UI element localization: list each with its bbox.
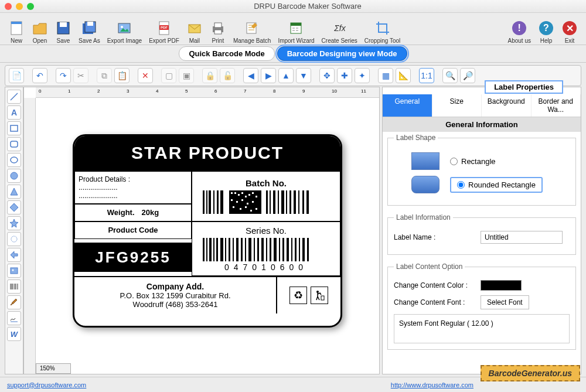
tab-general[interactable]: General xyxy=(383,94,432,117)
svg-rect-80 xyxy=(254,238,255,261)
website-link[interactable]: http://www.drpusoftware.com xyxy=(391,381,473,388)
svg-rect-35 xyxy=(217,190,219,214)
exit-button[interactable]: ✕Exit xyxy=(558,13,581,44)
document-icon[interactable]: 📄 xyxy=(9,68,24,83)
saveas-button[interactable]: Save As xyxy=(75,13,104,44)
star-tool-icon[interactable] xyxy=(7,216,21,230)
svg-rect-92 xyxy=(302,238,305,261)
new-icon xyxy=(8,20,25,36)
series-cell: Series No. 047010600 xyxy=(192,221,340,276)
maximize-window-icon[interactable] xyxy=(27,3,34,10)
delete-icon[interactable]: ✕ xyxy=(138,68,153,83)
bring-front-icon[interactable]: ▢ xyxy=(161,68,176,83)
rect-preview-icon xyxy=(411,152,440,170)
svg-rect-56 xyxy=(266,190,268,214)
lock-icon[interactable]: 🔒 xyxy=(202,68,217,83)
canvas: 01234567891011 STAR PRODUCT Product Deta… xyxy=(23,87,380,374)
tab-design-mode[interactable]: Barcode Designing view Mode xyxy=(277,46,407,61)
close-window-icon[interactable] xyxy=(5,3,12,10)
svg-rect-58 xyxy=(273,190,275,214)
zoom-level[interactable]: 150% xyxy=(36,363,71,374)
tab-quick-mode[interactable]: Quick Barcode Mode xyxy=(179,46,274,61)
puzzle-icon[interactable]: ✚ xyxy=(337,68,352,83)
svg-point-24 xyxy=(11,157,18,163)
svg-rect-93 xyxy=(307,238,309,261)
open-button[interactable]: Open xyxy=(28,13,52,44)
cropping-tool-button[interactable]: Cropping Tool xyxy=(361,13,404,44)
ellipse-tool-icon[interactable] xyxy=(7,153,21,167)
pen-tool-icon[interactable] xyxy=(7,295,21,309)
ruler-icon[interactable]: 📐 xyxy=(396,68,411,83)
import-wizard-button[interactable]: Import Wizard xyxy=(274,13,318,44)
tab-border[interactable]: Border and Wa... xyxy=(532,94,581,117)
diamond-tool-icon[interactable] xyxy=(7,200,21,214)
actual-size-icon[interactable]: 1:1 xyxy=(419,68,434,83)
export-image-button[interactable]: Export Image xyxy=(104,13,145,44)
grid-icon[interactable]: ▦ xyxy=(378,68,393,83)
wordart-tool-icon[interactable]: W xyxy=(7,327,21,341)
select-font-button[interactable]: Select Font xyxy=(481,295,529,309)
burst-tool-icon[interactable] xyxy=(7,232,21,246)
export-pdf-button[interactable]: PDFExport PDF xyxy=(145,13,183,44)
redo-icon[interactable]: ↷ xyxy=(56,68,71,83)
help-button[interactable]: ?Help xyxy=(534,13,558,44)
support-link[interactable]: support@drpusoftware.com xyxy=(7,381,86,388)
arrow-left-icon[interactable]: ◀ xyxy=(243,68,258,83)
rect-tool-icon[interactable] xyxy=(7,121,21,135)
arrow-tool-icon[interactable] xyxy=(7,248,21,262)
text-tool-icon[interactable]: A xyxy=(7,105,21,120)
zoom-out-icon[interactable]: 🔎 xyxy=(460,68,475,83)
content-color-swatch[interactable] xyxy=(481,280,522,291)
rounded-rectangle-radio[interactable]: Rounded Rectangle xyxy=(450,177,543,193)
minimize-window-icon[interactable] xyxy=(16,3,23,10)
label-content-group: Label Content Option Change Content Colo… xyxy=(387,267,576,350)
tab-background[interactable]: Background xyxy=(482,94,532,117)
puzzle2-icon[interactable]: ✦ xyxy=(355,68,370,83)
print-button[interactable]: Print xyxy=(206,13,230,44)
paste-icon[interactable]: 📋 xyxy=(114,68,130,83)
signature-tool-icon[interactable] xyxy=(7,311,21,325)
svg-text:PDF: PDF xyxy=(161,26,168,29)
rectangle-radio[interactable]: Rectangle xyxy=(450,157,496,166)
svg-rect-78 xyxy=(245,238,246,261)
weight-cell: Weight.20kg xyxy=(74,204,192,221)
label-name-label: Label Name : xyxy=(394,233,476,241)
section-heading: General Information xyxy=(383,117,581,132)
canvas-area[interactable]: STAR PRODUCT Product Details : .........… xyxy=(36,98,379,363)
move-icon[interactable]: ✥ xyxy=(319,68,335,83)
svg-rect-85 xyxy=(274,238,277,261)
content-color-label: Change Content Color : xyxy=(394,281,476,289)
svg-rect-31 xyxy=(203,190,205,214)
save-button[interactable]: Save xyxy=(52,13,75,44)
create-series-button[interactable]: ΣfxCreate Series xyxy=(318,13,361,44)
svg-rect-95 xyxy=(321,296,324,300)
image-tool-icon[interactable] xyxy=(7,264,21,278)
roundrect-tool-icon[interactable] xyxy=(7,137,21,151)
zoom-in-icon[interactable]: 🔍 xyxy=(442,68,458,83)
manage-batch-button[interactable]: Manage Batch xyxy=(230,13,275,44)
unlock-icon[interactable]: 🔓 xyxy=(220,68,235,83)
mail-button[interactable]: Mail xyxy=(183,13,206,44)
svg-rect-63 xyxy=(294,190,296,214)
label-preview[interactable]: STAR PRODUCT Product Details : .........… xyxy=(73,134,342,328)
label-name-input[interactable] xyxy=(481,231,563,244)
copy-icon[interactable]: ⧉ xyxy=(97,68,112,83)
brand-watermark: BarcodeGenerator.us xyxy=(481,365,580,381)
send-back-icon[interactable]: ▣ xyxy=(179,68,194,83)
tab-size[interactable]: Size xyxy=(432,94,482,117)
new-button[interactable]: New xyxy=(5,13,28,44)
line-tool-icon[interactable] xyxy=(7,90,21,104)
svg-text:A: A xyxy=(11,108,17,117)
arrow-down-icon[interactable]: ▼ xyxy=(296,68,311,83)
arrow-right-icon[interactable]: ▶ xyxy=(261,68,276,83)
cut-icon[interactable]: ✂ xyxy=(73,68,88,83)
svg-rect-87 xyxy=(282,238,284,261)
undo-icon[interactable]: ↶ xyxy=(32,68,47,83)
triangle-tool-icon[interactable] xyxy=(7,185,21,199)
vertical-ruler xyxy=(24,98,36,374)
product-code-label-cell: Product Code xyxy=(74,221,192,239)
barcode-tool-icon[interactable] xyxy=(7,279,21,294)
arrow-up-icon[interactable]: ▲ xyxy=(278,68,294,83)
about-button[interactable]: !About us xyxy=(505,13,534,44)
circle-tool-icon[interactable] xyxy=(7,169,21,183)
